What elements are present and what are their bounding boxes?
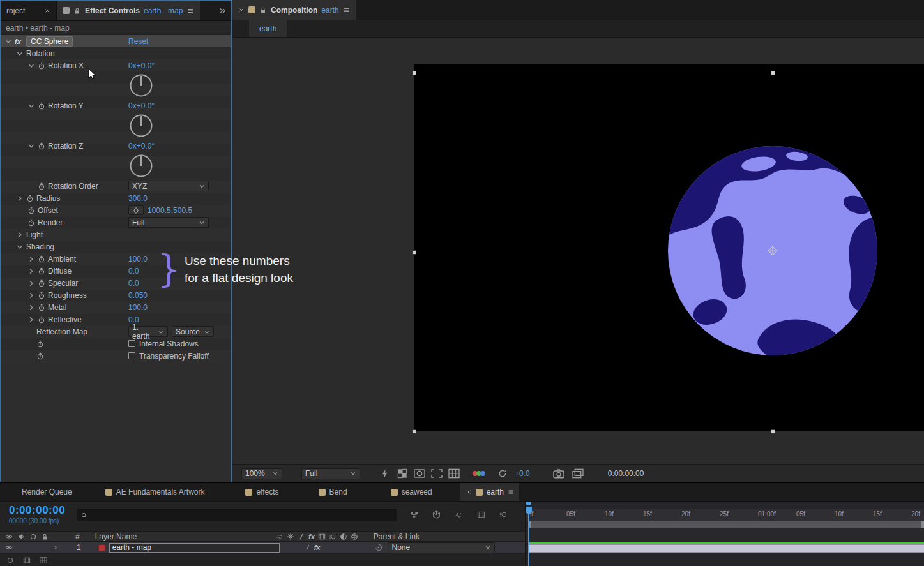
- fast-previews-icon[interactable]: [378, 468, 392, 479]
- timeline-search-input[interactable]: [77, 509, 397, 521]
- property-value[interactable]: 1000.5,500.5: [148, 206, 192, 215]
- ec-row-roughness[interactable]: Roughness0.050: [1, 289, 231, 301]
- preview-timecode[interactable]: 0:00:00:00: [608, 469, 644, 478]
- chevron-down-icon[interactable]: [27, 142, 35, 150]
- timeline-tab-effects[interactable]: effects: [240, 483, 284, 501]
- chevron-right-icon[interactable]: [27, 255, 35, 263]
- layer-fx-switch-icon[interactable]: fx: [314, 544, 321, 551]
- ec-row-reflective[interactable]: Reflective0.0: [1, 313, 231, 325]
- quality-icon[interactable]: [298, 533, 305, 540]
- snapshot-icon[interactable]: [552, 468, 566, 479]
- stopwatch-icon[interactable]: [38, 142, 45, 150]
- layer-name-field[interactable]: earth - map: [109, 543, 280, 553]
- show-channel-icon[interactable]: [474, 471, 485, 476]
- chevron-right-icon[interactable]: [16, 231, 24, 239]
- frame-blending-icon[interactable]: [477, 510, 485, 519]
- composition-tab[interactable]: Composition earth: [232, 0, 356, 20]
- collapse-transformations-icon[interactable]: [287, 533, 294, 540]
- property-value[interactable]: 0x+0.0°: [128, 142, 155, 151]
- stopwatch-icon[interactable]: [38, 102, 45, 110]
- chevron-down-icon[interactable]: [16, 243, 24, 251]
- stopwatch-icon[interactable]: [27, 219, 35, 227]
- stopwatch-icon[interactable]: [27, 207, 35, 214]
- stopwatch-icon[interactable]: [38, 292, 45, 299]
- time-navigator-handle[interactable]: [526, 502, 531, 505]
- layer-visibility-icon[interactable]: [5, 544, 13, 551]
- property-value[interactable]: 0.0: [128, 267, 139, 276]
- property-value[interactable]: 0x+0.0°: [128, 101, 155, 110]
- reset-button[interactable]: Reset: [128, 37, 148, 46]
- ec-row-offset[interactable]: Offset1000.5,500.5: [1, 204, 231, 216]
- region-of-interest-icon[interactable]: [430, 468, 444, 479]
- zoom-select[interactable]: 100%: [241, 468, 282, 479]
- close-icon[interactable]: [44, 8, 50, 14]
- project-tab[interactable]: roject: [1, 1, 57, 20]
- current-time-block[interactable]: 0:00:00:00 00000 (30.00 fps): [9, 504, 65, 525]
- shy-icon[interactable]: [276, 533, 284, 540]
- comp-mini-flowchart-icon[interactable]: [410, 510, 418, 519]
- ec-row-render[interactable]: RenderFull: [1, 216, 231, 228]
- rotation-x-dial[interactable]: [128, 73, 154, 98]
- property-value[interactable]: 0x+0.0°: [128, 61, 155, 70]
- panel-menu-icon[interactable]: [343, 6, 351, 14]
- parent-select[interactable]: None: [388, 542, 495, 553]
- panel-menu-icon[interactable]: [186, 7, 194, 15]
- ec-row-specular[interactable]: Specular0.0: [1, 277, 231, 289]
- selection-handle[interactable]: [771, 429, 775, 434]
- property-value[interactable]: 100.0: [128, 255, 148, 264]
- ec-row-rotation[interactable]: Rotation: [1, 47, 231, 59]
- hide-shy-layers-icon[interactable]: [455, 510, 463, 519]
- mask-visibility-icon[interactable]: [413, 468, 427, 479]
- selection-handle[interactable]: [412, 429, 416, 434]
- rotation-z-dial[interactable]: [128, 153, 154, 179]
- timeline-tab-bend[interactable]: Bend: [314, 483, 352, 501]
- property-value[interactable]: 0.050: [128, 291, 148, 300]
- parent-pickwhip-icon[interactable]: [375, 544, 382, 551]
- motion-blur-icon[interactable]: [499, 510, 508, 519]
- ec-row-cc-sphere[interactable]: fxCC SphereReset: [1, 35, 231, 47]
- show-snapshot-icon[interactable]: [571, 468, 585, 479]
- effect-name[interactable]: CC Sphere: [26, 36, 73, 47]
- effect-controls-tab[interactable]: Effect Controls earth - map: [57, 1, 200, 20]
- render-dropdown[interactable]: Full: [128, 217, 209, 228]
- timeline-tab-seaweed[interactable]: seaweed: [386, 483, 437, 501]
- property-value[interactable]: 100.0: [128, 303, 148, 312]
- composition-viewport[interactable]: [232, 38, 924, 464]
- chevron-right-icon[interactable]: [27, 279, 35, 287]
- ec-row-ambient[interactable]: Ambient100.0: [1, 253, 231, 265]
- toggle-in-out-columns-icon[interactable]: [40, 556, 47, 564]
- stopwatch-icon[interactable]: [36, 340, 44, 348]
- property-value[interactable]: 0.0: [128, 279, 139, 288]
- time-ruler[interactable]: 0f05f10f15f20f25f01:00f05f10f15f20f: [526, 509, 924, 521]
- draft-3d-icon[interactable]: [432, 510, 441, 519]
- ec-row-rotation-z[interactable]: Rotation Z0x+0.0°: [1, 140, 231, 179]
- chevron-right-icon[interactable]: [27, 316, 35, 324]
- lock-icon[interactable]: [259, 6, 267, 14]
- stopwatch-icon[interactable]: [36, 352, 44, 360]
- grid-and-guides-icon[interactable]: [447, 468, 461, 479]
- timeline-track[interactable]: 0f05f10f15f20f25f01:00f05f10f15f20f: [525, 502, 924, 566]
- layer-row-earth-map[interactable]: 1 earth - map fx None: [0, 542, 525, 554]
- ec-row-radius[interactable]: Radius300.0: [1, 192, 231, 204]
- motion-blur-icon[interactable]: [329, 533, 337, 540]
- frame-blend-icon[interactable]: [318, 533, 326, 540]
- chevron-down-icon[interactable]: [27, 62, 35, 70]
- anchor-point-icon[interactable]: [768, 246, 778, 256]
- exposure-value[interactable]: +0.0: [515, 469, 530, 478]
- stopwatch-icon[interactable]: [38, 267, 45, 275]
- reset-exposure-icon[interactable]: [496, 468, 510, 479]
- chevron-right-icon[interactable]: [27, 267, 35, 275]
- timeline-tab-render-queue[interactable]: Render Queue: [17, 483, 77, 501]
- ec-row-rotation-y[interactable]: Rotation Y0x+0.0°: [1, 100, 231, 138]
- chevron-down-icon[interactable]: [4, 38, 12, 45]
- property-value[interactable]: 300.0: [128, 194, 148, 203]
- stopwatch-icon[interactable]: [38, 62, 45, 70]
- viewer-tab-earth[interactable]: earth: [249, 20, 287, 37]
- selection-handle[interactable]: [412, 71, 416, 75]
- stopwatch-icon[interactable]: [38, 304, 45, 311]
- chevron-right-icon[interactable]: [27, 292, 35, 299]
- panel-menu-icon[interactable]: [508, 489, 514, 495]
- chevron-right-icon[interactable]: [27, 304, 35, 311]
- set-point-button[interactable]: [128, 205, 144, 215]
- rotation-y-dial[interactable]: [128, 113, 154, 138]
